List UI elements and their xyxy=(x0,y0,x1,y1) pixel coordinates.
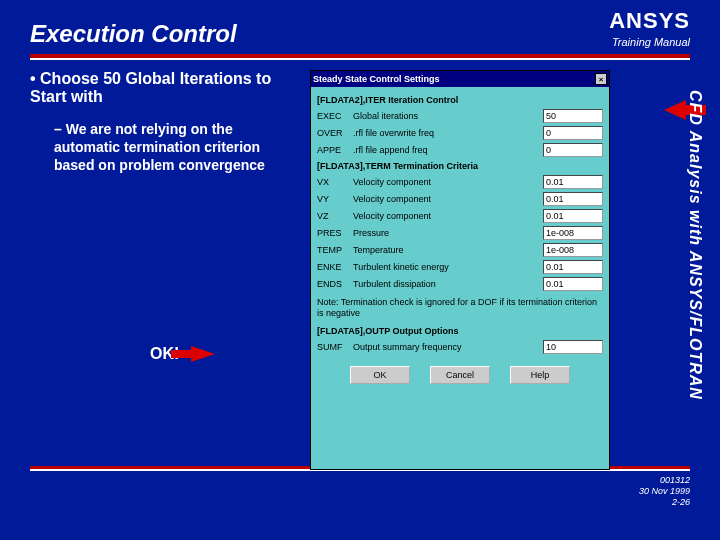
row-key: ENDS xyxy=(317,279,353,289)
brand-block: ANSYS Training Manual xyxy=(609,8,690,48)
dialog-titlebar[interactable]: Steady State Control Settings × xyxy=(311,71,609,87)
row-label: Turbulent kinetic energy xyxy=(353,262,543,272)
vx-input[interactable] xyxy=(543,175,603,189)
section-term: [FLDATA3],TERM Termination Criteria xyxy=(317,161,603,171)
bullet-main: • Choose 50 Global Iterations to Start w… xyxy=(30,70,300,106)
cancel-button[interactable]: Cancel xyxy=(430,366,490,384)
side-vertical-text: CFD Analysis with ANSYS/FLOTRAN xyxy=(686,90,704,400)
row-label: Velocity component xyxy=(353,194,543,204)
footer-code: 001312 xyxy=(0,475,690,486)
ends-input[interactable] xyxy=(543,277,603,291)
row-key: VY xyxy=(317,194,353,204)
row-key: ENKE xyxy=(317,262,353,272)
row-key: SUMF xyxy=(317,342,353,352)
row-label: .rfl file append freq xyxy=(353,145,543,155)
section-outp: [FLDATA5],OUTP Output Options xyxy=(317,326,603,336)
temp-input[interactable] xyxy=(543,243,603,257)
dialog-note: Note: Termination check is ignored for a… xyxy=(317,297,603,320)
row-label: .rfl file overwrite freq xyxy=(353,128,543,138)
dialog-title: Steady State Control Settings xyxy=(313,74,440,84)
exec-input[interactable] xyxy=(543,109,603,123)
vy-input[interactable] xyxy=(543,192,603,206)
row-label: Velocity component xyxy=(353,177,543,187)
row-label: Turbulent dissipation xyxy=(353,279,543,289)
row-label: Pressure xyxy=(353,228,543,238)
brand-logo: ANSYS xyxy=(609,8,690,34)
enke-input[interactable] xyxy=(543,260,603,274)
bullet-sub: – We are not relying on the automatic te… xyxy=(54,120,300,175)
row-key: VZ xyxy=(317,211,353,221)
arrow-icon xyxy=(191,346,215,362)
sumf-input[interactable] xyxy=(543,340,603,354)
vz-input[interactable] xyxy=(543,209,603,223)
over-input[interactable] xyxy=(543,126,603,140)
row-label: Temperature xyxy=(353,245,543,255)
brand-subtitle: Training Manual xyxy=(609,36,690,48)
row-label: Velocity component xyxy=(353,211,543,221)
ok-button[interactable]: OK xyxy=(350,366,410,384)
footer-date: 30 Nov 1999 xyxy=(0,486,690,497)
row-key: APPE xyxy=(317,145,353,155)
footer-page: 2-26 xyxy=(0,497,690,508)
help-button[interactable]: Help xyxy=(510,366,570,384)
row-key: TEMP xyxy=(317,245,353,255)
row-label: Global iterations xyxy=(353,111,543,121)
footer-block: 001312 30 Nov 1999 2-26 xyxy=(0,471,720,507)
row-key: PRES xyxy=(317,228,353,238)
row-key: EXEC xyxy=(317,111,353,121)
row-label: Output summary frequency xyxy=(353,342,543,352)
pres-input[interactable] xyxy=(543,226,603,240)
close-icon[interactable]: × xyxy=(595,73,607,85)
section-iter: [FLDATA2],ITER Iteration Control xyxy=(317,95,603,105)
settings-dialog: Steady State Control Settings × [FLDATA2… xyxy=(310,70,610,470)
page-title: Execution Control xyxy=(30,20,237,48)
row-key: VX xyxy=(317,177,353,187)
row-key: OVER xyxy=(317,128,353,138)
pointer-arrow-icon xyxy=(664,100,686,120)
appe-input[interactable] xyxy=(543,143,603,157)
